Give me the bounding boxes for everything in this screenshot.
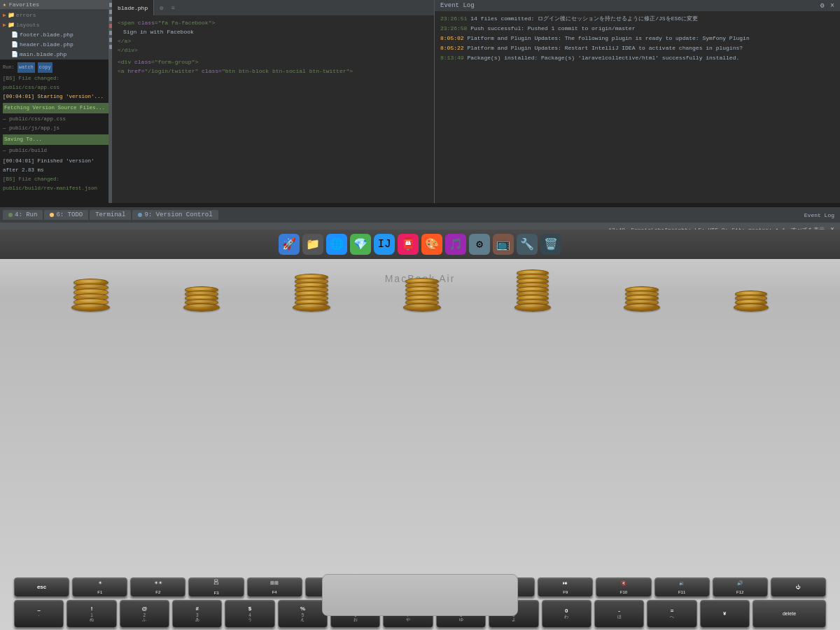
- dock-photoshop[interactable]: 🎨: [421, 234, 442, 255]
- main-file[interactable]: main.blade.php: [20, 50, 66, 59]
- dock-launchpad[interactable]: 📁: [302, 234, 323, 255]
- run-tab[interactable]: 4: Run: [3, 210, 43, 220]
- key-f4[interactable]: ⊞⊞F4: [247, 578, 302, 597]
- laptop-body: esc ☀F1 ☀☀F2 呂F3 ⊞⊞F4 ◁F5 ▷F6 ⏮F7 ⏸F8 ⏭F…: [0, 259, 840, 630]
- log-entry-3: 8:05:02 Platform and Plugin Updates: The…: [440, 34, 834, 43]
- favorites-icon: ★: [3, 1, 6, 8]
- build-dir: — public/build: [3, 146, 109, 155]
- key-4[interactable]: $4う: [225, 600, 274, 628]
- dock-app2[interactable]: 🎵: [445, 234, 466, 255]
- dock-intellij[interactable]: IJ: [374, 234, 395, 255]
- key-3[interactable]: #3あ: [172, 600, 222, 628]
- manifest-line: [BS] File changed: public/build/rev-mani…: [3, 175, 109, 193]
- dock-finder[interactable]: 🚀: [279, 234, 300, 255]
- key-esc[interactable]: esc: [14, 578, 69, 597]
- watch-label: watch: [18, 62, 35, 73]
- dock-terminal[interactable]: ⚙️: [469, 234, 490, 255]
- editor-code: <span class="fa fa-facebook"> Sign in wi…: [112, 15, 434, 203]
- coin-stack-1: [71, 281, 110, 312]
- key-0[interactable]: 0わ: [542, 600, 592, 628]
- log-entry-5: 8:13:49 Package(s) installed: Package(s)…: [440, 53, 834, 63]
- active-editor-tab[interactable]: blade.php: [112, 0, 154, 15]
- panel-title: Favorites: [9, 1, 39, 8]
- coin-bottom: [71, 303, 110, 312]
- ide-editor: blade.php ⚙ ≡ <span class="fa fa-faceboo…: [112, 0, 434, 203]
- dock-app1[interactable]: 💎: [350, 234, 371, 255]
- coin-stack-5: [514, 272, 551, 312]
- coin-bottom: [183, 303, 220, 312]
- coin-bottom: [403, 303, 441, 312]
- editor-tabs: blade.php ⚙ ≡: [112, 0, 434, 15]
- key-5[interactable]: %5え: [278, 600, 328, 628]
- event-log-entries: 23:26:51 14 files committed: ログイン後にセッション…: [435, 11, 840, 66]
- key-delete[interactable]: delete: [752, 600, 826, 628]
- key-f10[interactable]: 🔇F10: [596, 578, 651, 597]
- coin-stack-4: [403, 281, 441, 312]
- log-line-2: [00:04:01] Starting 'version'...: [3, 92, 109, 102]
- key-f11[interactable]: 🔉F11: [654, 578, 710, 597]
- key-equals[interactable]: =へ: [647, 600, 696, 628]
- run-tab-label: 4: Run: [15, 211, 37, 218]
- dock-safari[interactable]: 🌐: [326, 234, 347, 255]
- key-power[interactable]: ⏻: [771, 578, 826, 597]
- vc-dot: [138, 213, 142, 217]
- gear-icon[interactable]: ⚙: [154, 5, 169, 11]
- coin-bottom: [514, 303, 551, 312]
- css-file: — public/css/app.css: [3, 115, 109, 124]
- key-f1[interactable]: ☀F1: [72, 578, 127, 597]
- mac-dock: 🚀 📁 🌐 💎 IJ 📮 🎨 🎵 ⚙️ 📺 🔧 🗑️: [0, 230, 840, 259]
- key-2[interactable]: @2ふ: [120, 600, 169, 628]
- copy-label: copy: [38, 62, 52, 73]
- key-1[interactable]: !1ぬ: [66, 600, 116, 628]
- settings-icon[interactable]: ≡: [169, 5, 178, 11]
- key-f2[interactable]: ☀☀F2: [130, 578, 186, 597]
- event-log-toolbar[interactable]: Event Log: [802, 212, 837, 218]
- dock-trash[interactable]: 🗑️: [540, 234, 561, 255]
- vc-tab-label: 9: Version Control: [144, 211, 212, 218]
- event-log-header: Event Log ⚙ ×: [435, 0, 840, 11]
- log-entry-2: 23:26:58 Push successful: Pushed 1 commi…: [440, 24, 834, 34]
- todo-dot: [50, 213, 54, 217]
- key-f12[interactable]: 🔊F12: [713, 578, 768, 597]
- trackpad[interactable]: [322, 574, 518, 616]
- saving-label: Saving To...: [3, 134, 109, 145]
- key-tilde[interactable]: ~`: [14, 600, 64, 628]
- dock-sublime[interactable]: 📮: [398, 234, 419, 255]
- coin-bottom: [734, 303, 769, 312]
- todo-tab[interactable]: 6: TODO: [44, 210, 88, 220]
- event-log-close[interactable]: ×: [830, 2, 834, 10]
- key-f9[interactable]: ⏭F9: [538, 578, 593, 597]
- event-log-title: Event Log: [440, 2, 475, 9]
- version-control-tab[interactable]: 9: Version Control: [132, 210, 218, 220]
- log-entry-1: 23:26:51 14 files committed: ログイン後にセッション…: [440, 14, 834, 24]
- laptop-screen: ★ Favorites ▶ 📁 errors ▶ 📁 layouts 📄 foo…: [0, 0, 840, 259]
- main-scene: ★ Favorites ▶ 📁 errors ▶ 📁 layouts 📄 foo…: [0, 0, 840, 630]
- finished-line: [00:04:01] Finished 'version' after 2.83…: [3, 157, 109, 175]
- layouts-folder: layouts: [16, 20, 40, 30]
- dock-app3[interactable]: 📺: [493, 234, 514, 255]
- log-line-1: [BS] File changed: public/css/app.css: [3, 74, 109, 92]
- log-entry-4: 8:05:22 Platform and Plugin Updates: Res…: [440, 43, 834, 53]
- coin-stack-6: [624, 289, 660, 312]
- errors-folder: errors: [16, 10, 36, 20]
- key-f3[interactable]: 呂F3: [188, 578, 244, 597]
- run-dot: [8, 213, 13, 217]
- dock-app4[interactable]: 🔧: [517, 234, 538, 255]
- run-label: Run:: [3, 63, 15, 72]
- footer-file[interactable]: footer.blade.php: [20, 30, 74, 40]
- coin-bottom: [293, 303, 330, 312]
- coins-area: [0, 259, 840, 312]
- key-yen[interactable]: ¥: [700, 600, 750, 628]
- header-file[interactable]: header.blade.php: [20, 40, 74, 50]
- run-panel-content: Run: watch copy [BS] File changed: publi…: [0, 59, 112, 203]
- coin-stack-3: [293, 276, 330, 312]
- event-log-settings[interactable]: ⚙: [820, 1, 825, 10]
- js-file: — public/js/app.js: [3, 124, 109, 133]
- ide-event-log: Event Log ⚙ × 23:26:51 14 files committe…: [434, 0, 840, 203]
- coin-stack-7: [734, 293, 769, 312]
- terminal-tab[interactable]: Terminal: [90, 210, 131, 220]
- coin-stack-2: [183, 289, 220, 312]
- todo-tab-label: 6: TODO: [56, 211, 83, 218]
- project-panel-header: ★ Favorites: [0, 0, 112, 9]
- key-minus[interactable]: -ほ: [594, 600, 644, 628]
